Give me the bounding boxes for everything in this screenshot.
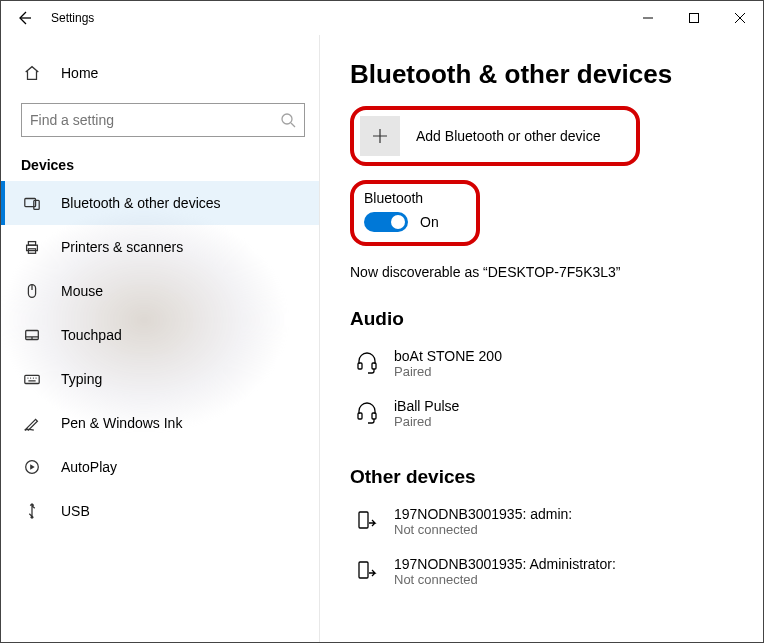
annotation-bluetooth-toggle: Bluetooth On bbox=[350, 180, 480, 246]
back-button[interactable] bbox=[1, 1, 47, 35]
home-icon bbox=[21, 64, 43, 82]
nav-label: USB bbox=[61, 503, 90, 519]
pen-icon bbox=[21, 414, 43, 432]
nav-home-label: Home bbox=[61, 65, 98, 81]
devices-icon bbox=[21, 194, 43, 212]
connect-device-icon bbox=[350, 509, 384, 533]
device-status: Paired bbox=[394, 414, 459, 429]
search-input[interactable] bbox=[21, 103, 305, 137]
bluetooth-toggle[interactable] bbox=[364, 212, 408, 232]
headset-icon bbox=[350, 401, 384, 425]
nav-label: Bluetooth & other devices bbox=[61, 195, 221, 211]
svg-rect-14 bbox=[358, 413, 362, 419]
nav-home[interactable]: Home bbox=[1, 53, 319, 93]
device-name: 197NODNB3001935: Administrator: bbox=[394, 556, 616, 572]
search-field[interactable] bbox=[30, 112, 280, 128]
other-device[interactable]: 197NODNB3001935: Administrator: Not conn… bbox=[350, 546, 743, 596]
nav-label: Typing bbox=[61, 371, 102, 387]
svg-rect-0 bbox=[690, 14, 699, 23]
maximize-button[interactable] bbox=[671, 1, 717, 35]
nav-label: AutoPlay bbox=[61, 459, 117, 475]
svg-rect-16 bbox=[359, 512, 368, 528]
mouse-icon bbox=[21, 282, 43, 300]
autoplay-icon bbox=[21, 458, 43, 476]
svg-point-11 bbox=[31, 516, 34, 519]
device-status: Not connected bbox=[394, 522, 572, 537]
add-device-label: Add Bluetooth or other device bbox=[416, 128, 600, 144]
nav-touchpad[interactable]: Touchpad bbox=[1, 313, 319, 357]
device-status: Paired bbox=[394, 364, 502, 379]
annotation-add-device: Add Bluetooth or other device bbox=[350, 106, 640, 166]
device-name: 197NODNB3001935: admin: bbox=[394, 506, 572, 522]
other-devices-heading: Other devices bbox=[350, 466, 743, 488]
touchpad-icon bbox=[21, 326, 43, 344]
svg-rect-17 bbox=[359, 562, 368, 578]
usb-icon bbox=[21, 502, 43, 520]
nav-usb[interactable]: USB bbox=[1, 489, 319, 533]
device-name: boAt STONE 200 bbox=[394, 348, 502, 364]
audio-heading: Audio bbox=[350, 308, 743, 330]
bluetooth-toggle-state: On bbox=[420, 214, 439, 230]
connect-device-icon bbox=[350, 559, 384, 583]
keyboard-icon bbox=[21, 370, 43, 388]
main-content: Bluetooth & other devices Add Bluetooth … bbox=[320, 35, 763, 643]
device-status: Not connected bbox=[394, 572, 616, 587]
page-title: Bluetooth & other devices bbox=[350, 59, 743, 90]
other-device[interactable]: 197NODNB3001935: admin: Not connected bbox=[350, 496, 743, 546]
nav-typing[interactable]: Typing bbox=[1, 357, 319, 401]
printer-icon bbox=[21, 238, 43, 256]
nav-printers-scanners[interactable]: Printers & scanners bbox=[1, 225, 319, 269]
nav-mouse[interactable]: Mouse bbox=[1, 269, 319, 313]
svg-point-1 bbox=[282, 114, 292, 124]
window-title: Settings bbox=[51, 11, 94, 25]
audio-device[interactable]: boAt STONE 200 Paired bbox=[350, 338, 743, 388]
nav-label: Mouse bbox=[61, 283, 103, 299]
nav-autoplay[interactable]: AutoPlay bbox=[1, 445, 319, 489]
nav-label: Printers & scanners bbox=[61, 239, 183, 255]
close-button[interactable] bbox=[717, 1, 763, 35]
plus-icon bbox=[360, 116, 400, 156]
device-name: iBall Pulse bbox=[394, 398, 459, 414]
headset-icon bbox=[350, 351, 384, 375]
svg-rect-12 bbox=[358, 363, 362, 369]
bluetooth-heading: Bluetooth bbox=[364, 190, 466, 206]
nav-label: Touchpad bbox=[61, 327, 122, 343]
audio-device[interactable]: iBall Pulse Paired bbox=[350, 388, 743, 438]
search-icon bbox=[280, 112, 296, 128]
nav-pen-windows-ink[interactable]: Pen & Windows Ink bbox=[1, 401, 319, 445]
sidebar: Home Devices Bluetooth & other devices P… bbox=[1, 35, 320, 643]
svg-rect-5 bbox=[28, 242, 35, 246]
svg-rect-15 bbox=[372, 413, 376, 419]
discoverable-text: Now discoverable as “DESKTOP-7F5K3L3” bbox=[350, 264, 743, 280]
nav-label: Pen & Windows Ink bbox=[61, 415, 182, 431]
nav-bluetooth-other-devices[interactable]: Bluetooth & other devices bbox=[1, 181, 319, 225]
titlebar: Settings bbox=[1, 1, 763, 35]
svg-rect-9 bbox=[25, 375, 39, 383]
svg-rect-13 bbox=[372, 363, 376, 369]
svg-rect-3 bbox=[34, 200, 39, 209]
section-title: Devices bbox=[1, 149, 319, 181]
minimize-button[interactable] bbox=[625, 1, 671, 35]
add-device-button[interactable]: Add Bluetooth or other device bbox=[356, 112, 610, 160]
